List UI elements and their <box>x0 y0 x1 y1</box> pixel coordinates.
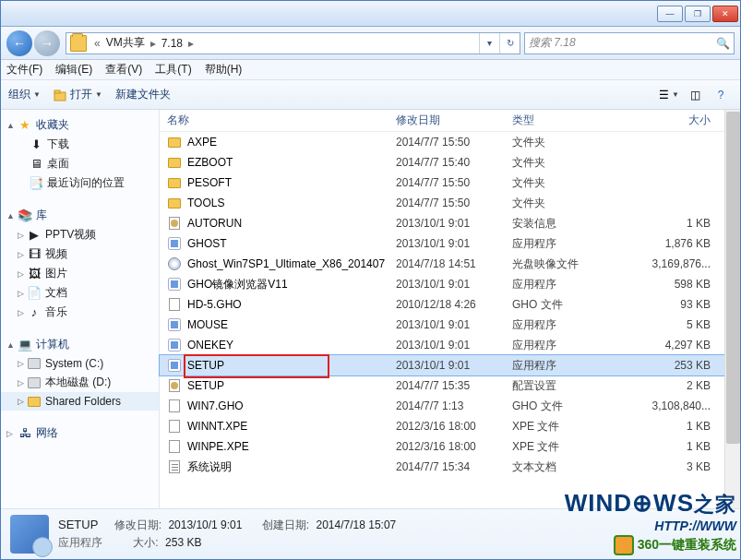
expand-icon[interactable]: ▷ <box>6 429 16 438</box>
gho-icon <box>169 399 180 412</box>
menu-file[interactable]: 文件(F) <box>6 62 42 77</box>
expand-icon[interactable]: ▷ <box>18 250 27 259</box>
maximize-button[interactable]: ❐ <box>685 6 711 22</box>
file-row[interactable]: 系统说明2014/7/7 15:34文本文档3 KB <box>160 457 740 477</box>
file-row[interactable]: HD-5.GHO2010/12/18 4:26GHO 文件93 KB <box>160 294 740 315</box>
close-button[interactable]: ✕ <box>712 6 738 22</box>
search-input[interactable]: 搜索 7.18 🔍 <box>524 32 735 54</box>
menu-view[interactable]: 查看(V) <box>105 62 142 77</box>
collapse-icon[interactable]: ▲ <box>6 211 16 220</box>
expand-icon[interactable]: ▷ <box>18 397 27 406</box>
file-row[interactable]: EZBOOT2014/7/7 15:40文件夹 <box>160 152 740 173</box>
breadcrumb[interactable]: VM共享 <box>104 35 147 51</box>
file-row[interactable]: PESOFT2014/7/7 15:50文件夹 <box>160 173 740 193</box>
address-bar[interactable]: « VM共享 ▸ 7.18 ▸ ▾ ↻ <box>66 32 520 54</box>
sidebar-item-pictures[interactable]: ▷🖼图片 <box>1 264 159 283</box>
col-name[interactable]: 名称 <box>167 113 396 128</box>
help-button[interactable]: ? <box>709 85 733 105</box>
back-button[interactable]: ← <box>6 30 32 56</box>
file-row[interactable]: WINPE.XPE2012/3/16 18:00XPE 文件1 KB <box>160 436 740 457</box>
file-row[interactable]: MOUSE2013/10/1 9:01应用程序5 KB <box>160 315 740 335</box>
file-row[interactable]: Ghost_Win7SP1_Ultimate_X86_2014072014/7/… <box>160 254 740 274</box>
expand-icon[interactable]: ▷ <box>18 269 27 279</box>
new-folder-button[interactable]: 新建文件夹 <box>115 87 171 102</box>
forward-button[interactable]: → <box>34 30 60 56</box>
organize-button[interactable]: 组织▼ <box>8 87 41 102</box>
file-row[interactable]: TOOLS2014/7/7 15:50文件夹 <box>160 193 740 213</box>
sidebar-computer-head[interactable]: ▲💻计算机 <box>1 335 159 354</box>
preview-pane-button[interactable]: ◫ <box>683 85 707 105</box>
file-size: 1 KB <box>608 217 740 230</box>
folder-icon <box>168 198 181 209</box>
file-type: XPE 文件 <box>512 419 608 435</box>
file-row[interactable]: GHO镜像浏览器V112013/10/1 9:01应用程序598 KB <box>160 274 740 294</box>
scrollbar[interactable] <box>724 110 740 508</box>
sidebar-item-music[interactable]: ▷♪音乐 <box>1 303 159 322</box>
sidebar-item-drive-c[interactable]: ▷System (C:) <box>1 354 159 373</box>
drive-icon <box>27 356 42 371</box>
file-date: 2014/7/7 15:50 <box>396 176 512 189</box>
file-date: 2013/10/1 9:01 <box>396 217 512 230</box>
details-created-label: 创建日期: <box>262 518 309 531</box>
file-row[interactable]: WINNT.XPE2012/3/16 18:00XPE 文件1 KB <box>160 416 740 436</box>
file-row[interactable]: AXPE2014/7/7 15:50文件夹 <box>160 132 740 152</box>
breadcrumb[interactable]: 7.18 <box>160 37 185 50</box>
expand-icon[interactable]: ▷ <box>18 359 27 368</box>
file-date: 2012/3/16 18:00 <box>396 440 512 453</box>
sidebar-item-desktop[interactable]: 🖥桌面 <box>1 154 159 173</box>
file-date: 2014/7/7 15:40 <box>396 156 512 169</box>
sidebar-item-documents[interactable]: ▷📄文档 <box>1 283 159 303</box>
expand-icon[interactable]: ▷ <box>18 308 27 317</box>
col-date[interactable]: 修改日期 <box>396 113 512 128</box>
chevron-right-icon[interactable]: ▸ <box>185 37 197 50</box>
file-large-icon <box>10 515 49 554</box>
expand-icon[interactable]: ▷ <box>18 289 27 298</box>
sidebar-favorites-head[interactable]: ▲★收藏夹 <box>1 115 159 135</box>
open-button[interactable]: 打开▼ <box>54 87 102 102</box>
col-type[interactable]: 类型 <box>512 113 608 128</box>
file-row[interactable]: ONEKEY2013/10/1 9:01应用程序4,297 KB <box>160 335 740 355</box>
drive-icon <box>27 375 42 390</box>
details-filename: SETUP <box>58 518 98 531</box>
expand-icon[interactable]: ▷ <box>18 231 27 240</box>
menu-tools[interactable]: 工具(T) <box>155 62 191 77</box>
sidebar-item-drive-d[interactable]: ▷本地磁盘 (D:) <box>1 373 159 392</box>
collapse-icon[interactable]: ▲ <box>6 121 16 130</box>
menu-help[interactable]: 帮助(H) <box>205 62 243 77</box>
chevron-right-icon[interactable]: ▸ <box>147 37 160 50</box>
sidebar-item-videos[interactable]: ▷🎞视频 <box>1 244 159 264</box>
expand-icon[interactable]: ▷ <box>18 378 27 387</box>
file-name: TOOLS <box>187 197 396 209</box>
file-row[interactable]: GHOST2013/10/1 9:01应用程序1,876 KB <box>160 233 740 254</box>
sidebar-item-pptv[interactable]: ▷▶PPTV视频 <box>1 225 159 244</box>
minimize-button[interactable]: — <box>657 6 683 22</box>
collapse-icon[interactable]: ▲ <box>6 340 16 350</box>
file-type: 应用程序 <box>512 236 608 252</box>
sidebar-item-recent[interactable]: 📑最近访问的位置 <box>1 173 159 193</box>
menu-edit[interactable]: 编辑(E) <box>55 62 92 77</box>
file-name: AUTORUN <box>187 217 396 230</box>
folder-icon <box>70 35 87 52</box>
file-name: SETUP <box>187 379 396 392</box>
document-icon: 📄 <box>27 286 42 301</box>
file-size: 598 KB <box>608 278 740 291</box>
view-options-button[interactable]: ☰▼ <box>657 85 681 105</box>
file-row[interactable]: SETUP2013/10/1 9:01应用程序253 KB <box>160 355 740 375</box>
sidebar-network-head[interactable]: ▷🖧网络 <box>1 423 159 443</box>
sidebar-item-downloads[interactable]: ⬇下载 <box>1 135 159 154</box>
file-date: 2014/7/7 1:13 <box>396 399 512 412</box>
sidebar-item-shared[interactable]: ▷Shared Folders <box>1 392 159 411</box>
sidebar-libraries-head[interactable]: ▲📚库 <box>1 206 159 225</box>
address-dropdown[interactable]: ▾ <box>479 33 499 54</box>
folder-icon <box>168 158 181 168</box>
music-icon: ♪ <box>27 305 42 320</box>
file-row[interactable]: WIN7.GHO2014/7/7 1:13GHO 文件3,108,840... <box>160 396 740 416</box>
file-row[interactable]: AUTORUN2013/10/1 9:01安装信息1 KB <box>160 213 740 233</box>
col-size[interactable]: 大小 <box>608 113 740 128</box>
refresh-button[interactable]: ↻ <box>499 33 520 54</box>
details-type: 应用程序 <box>58 536 102 549</box>
exe-icon <box>168 237 181 250</box>
file-list-pane: 名称 修改日期 类型 大小 AXPE2014/7/7 15:50文件夹EZBOO… <box>160 110 740 508</box>
file-row[interactable]: SETUP2014/7/7 15:35配置设置2 KB <box>160 375 740 396</box>
file-name: AXPE <box>187 136 396 149</box>
